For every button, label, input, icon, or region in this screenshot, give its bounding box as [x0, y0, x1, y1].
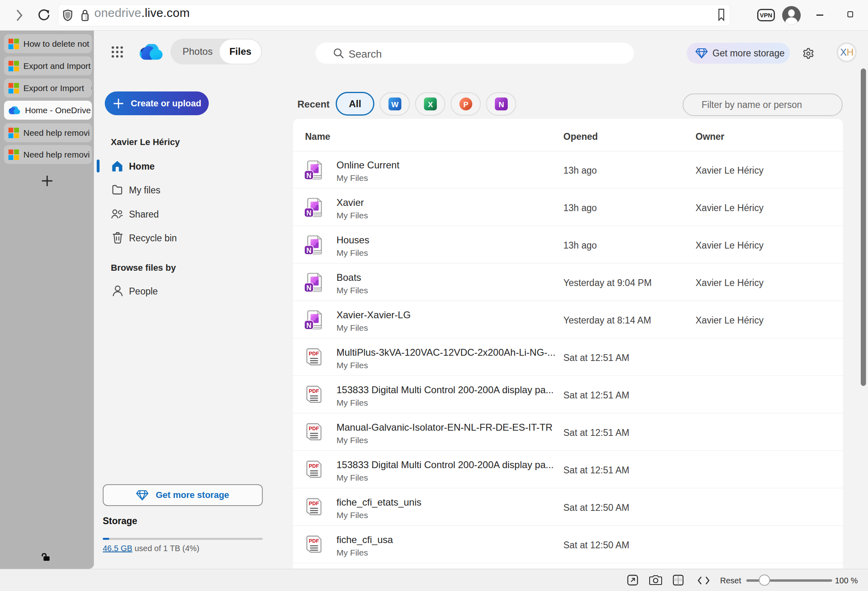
svg-text:N: N	[498, 100, 504, 109]
svg-text:X: X	[428, 100, 433, 109]
svg-text:W: W	[391, 100, 399, 109]
svg-text:P: P	[463, 100, 468, 109]
